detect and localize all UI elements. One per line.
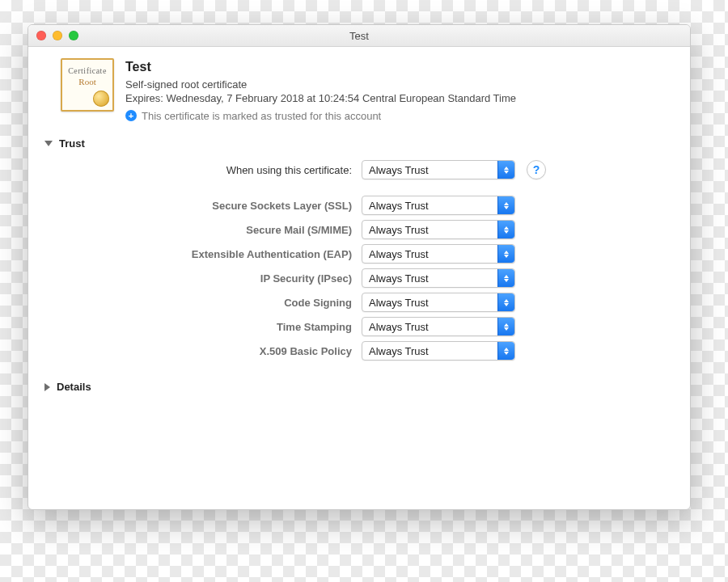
stepper-arrows-icon	[497, 245, 514, 263]
close-icon[interactable]	[36, 31, 46, 40]
minimize-icon[interactable]	[53, 31, 62, 40]
trust-default-label: When using this certificate:	[61, 164, 362, 176]
trust-policy-select[interactable]: Always Trust	[362, 341, 515, 361]
trust-policy-value: Always Trust	[369, 224, 429, 236]
details-section-label: Details	[57, 381, 91, 393]
certificate-icon-script: Root	[78, 77, 95, 86]
trust-policy-row: IP Security (IPsec)Always Trust	[61, 266, 658, 290]
certificate-icon-title: Certificate	[68, 66, 107, 75]
trust-policy-row: Secure Sockets Layer (SSL)Always Trust	[61, 193, 658, 217]
traffic-lights	[36, 31, 78, 40]
trust-policy-select[interactable]: Always Trust	[362, 244, 515, 264]
seal-icon	[93, 91, 109, 107]
trust-policy-row: X.509 Basic PolicyAlways Trust	[61, 339, 658, 363]
trust-policy-select[interactable]: Always Trust	[362, 196, 515, 215]
trust-policy-row: Time StampingAlways Trust	[61, 314, 658, 339]
certificate-header: Certificate Root Test Self-signed root c…	[61, 58, 674, 123]
help-button[interactable]: ?	[527, 160, 546, 179]
window-title: Test	[349, 30, 369, 42]
content: Certificate Root Test Self-signed root c…	[28, 47, 690, 509]
disclosure-triangle-closed-icon	[44, 383, 50, 391]
certificate-trust-status-row: + This certificate is marked as trusted …	[125, 109, 674, 124]
trust-policy-select[interactable]: Always Trust	[362, 293, 515, 312]
help-glyph: ?	[533, 163, 540, 176]
trust-policy-row: Secure Mail (S/MIME)Always Trust	[61, 217, 658, 242]
trust-policy-value: Always Trust	[369, 272, 429, 285]
stepper-arrows-icon	[497, 342, 514, 360]
trust-section-label: Trust	[59, 137, 85, 150]
trust-policy-select[interactable]: Always Trust	[362, 220, 515, 239]
trust-policy-value: Always Trust	[369, 297, 429, 309]
trust-policy-label: Time Stamping	[61, 321, 362, 333]
certificate-kind: Self-signed root certificate	[125, 78, 674, 92]
stepper-arrows-icon	[497, 221, 514, 238]
window: Test Certificate Root Test Self-signed r…	[28, 24, 691, 510]
disclosure-triangle-open-icon	[44, 141, 53, 146]
trust-form: When using this certificate: Always Trus…	[61, 158, 658, 363]
trust-policy-label: Extensible Authentication (EAP)	[61, 248, 362, 260]
trust-default-row: When using this certificate: Always Trus…	[61, 158, 658, 182]
trust-disclosure[interactable]: Trust	[44, 137, 674, 150]
certificate-expires: Expires: Wednesday, 7 February 2018 at 1…	[125, 91, 674, 106]
titlebar: Test	[28, 25, 690, 47]
stepper-arrows-icon	[497, 318, 514, 335]
details-disclosure[interactable]: Details	[44, 381, 674, 393]
stepper-arrows-icon	[497, 269, 514, 287]
certificate-name: Test	[125, 58, 674, 76]
trust-policy-value: Always Trust	[369, 248, 429, 260]
certificate-icon: Certificate Root	[61, 58, 114, 112]
stepper-arrows-icon	[497, 161, 514, 179]
trust-policy-select[interactable]: Always Trust	[362, 268, 515, 288]
stepper-arrows-icon	[497, 293, 514, 311]
trust-policy-value: Always Trust	[369, 345, 429, 357]
trust-policy-value: Always Trust	[369, 321, 429, 333]
trust-policy-value: Always Trust	[369, 200, 429, 212]
trust-policy-label: Code Signing	[61, 297, 362, 309]
plus-badge-icon: +	[125, 110, 137, 121]
trust-policy-label: X.509 Basic Policy	[61, 345, 362, 357]
stepper-arrows-icon	[497, 196, 514, 214]
certificate-meta: Test Self-signed root certificate Expire…	[125, 58, 674, 123]
trust-policy-row: Extensible Authentication (EAP)Always Tr…	[61, 242, 658, 266]
zoom-icon[interactable]	[69, 31, 78, 40]
trust-default-select[interactable]: Always Trust	[362, 160, 515, 179]
trust-default-value: Always Trust	[369, 164, 429, 176]
trust-policy-label: Secure Sockets Layer (SSL)	[61, 200, 362, 212]
trust-policy-label: Secure Mail (S/MIME)	[61, 224, 362, 236]
trust-policy-select[interactable]: Always Trust	[362, 317, 515, 336]
trust-policy-label: IP Security (IPsec)	[61, 272, 362, 285]
trust-policy-row: Code SigningAlways Trust	[61, 290, 658, 314]
certificate-trust-status: This certificate is marked as trusted fo…	[142, 109, 381, 124]
